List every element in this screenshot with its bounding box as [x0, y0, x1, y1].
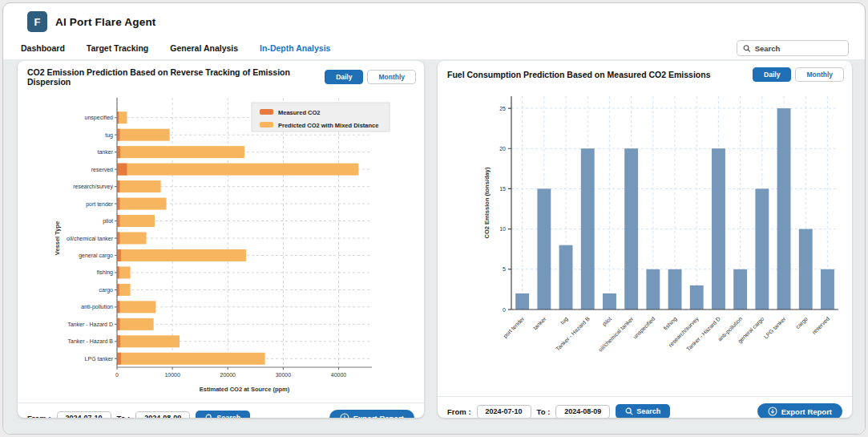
svg-text:anti-pollution: anti-pollution — [81, 304, 113, 310]
fuel-bar — [821, 269, 834, 310]
export-button-label: Export Report — [781, 407, 832, 416]
svg-text:0: 0 — [115, 372, 119, 378]
svg-text:tanker: tanker — [531, 315, 547, 330]
predicted-bar — [117, 146, 244, 158]
predicted-bar — [117, 249, 246, 261]
app-window: F AI Port Flare Agent Dashboard Target T… — [2, 2, 866, 435]
predicted-bar — [117, 301, 155, 313]
from-date-input[interactable] — [57, 411, 111, 419]
svg-text:tug: tug — [559, 316, 569, 326]
hbar-chart-svg: unspecifiedtugtankerreservedresearch/sur… — [22, 88, 420, 403]
period-toggle: Daily Monthly — [325, 70, 416, 84]
svg-text:port tender: port tender — [86, 201, 114, 208]
svg-text:40000: 40000 — [330, 372, 346, 378]
svg-text:30000: 30000 — [275, 372, 291, 378]
panel-footer: From : To : Search — [18, 403, 424, 418]
svg-text:reserved: reserved — [810, 316, 830, 335]
export-report-button[interactable]: Export Report — [757, 403, 842, 418]
fuel-bar — [515, 293, 529, 310]
predicted-bar — [117, 215, 155, 227]
from-label: From : — [447, 407, 471, 416]
svg-text:25: 25 — [499, 106, 506, 111]
tab-general-analysis[interactable]: General Analysis — [170, 43, 238, 53]
svg-text:unspecified: unspecified — [632, 316, 656, 341]
to-date-input[interactable] — [135, 411, 190, 419]
fuel-bar — [537, 188, 551, 310]
predicted-bar — [117, 129, 170, 141]
svg-text:Tanker - Hazard B: Tanker - Hazard B — [67, 338, 113, 344]
search-button[interactable]: Search — [616, 404, 670, 418]
panel-title: Fuel Consumption Prediction Based on Mea… — [447, 70, 710, 79]
predicted-bar — [117, 164, 358, 176]
svg-text:Tanker - Hazard D: Tanker - Hazard D — [67, 322, 113, 327]
fuel-bar — [559, 245, 572, 310]
app-title: AI Port Flare Agent — [55, 16, 156, 28]
monthly-button[interactable]: Monthly — [795, 67, 844, 82]
measured-bar — [117, 353, 121, 365]
svg-text:cargo: cargo — [794, 316, 809, 330]
global-search[interactable] — [737, 40, 849, 56]
svg-text:research/survey: research/survey — [73, 184, 113, 190]
tab-dashboard[interactable]: Dashboard — [21, 43, 65, 53]
predicted-bar — [117, 318, 154, 330]
to-date-input[interactable] — [555, 405, 610, 419]
to-label: To : — [117, 414, 131, 419]
predicted-bar — [117, 335, 180, 347]
svg-text:15: 15 — [499, 186, 506, 192]
from-date-input[interactable] — [477, 405, 531, 419]
svg-text:tanker: tanker — [97, 149, 113, 155]
fuel-bar — [733, 269, 747, 310]
search-button-label: Search — [216, 414, 240, 418]
svg-text:oil/chemical tanker: oil/chemical tanker — [67, 236, 114, 241]
measured-bar — [117, 164, 127, 176]
predicted-bar — [117, 353, 265, 365]
svg-text:reserved: reserved — [91, 167, 112, 172]
svg-text:CO2 Emission (tons/day): CO2 Emission (tons/day) — [483, 167, 491, 238]
daily-button[interactable]: Daily — [753, 67, 791, 82]
svg-text:unspecified: unspecified — [84, 115, 113, 121]
search-button-label: Search — [636, 407, 660, 415]
daily-button[interactable]: Daily — [325, 70, 363, 84]
search-icon — [205, 414, 213, 418]
panel-fuel-consumption: Fuel Consumption Prediction Based on Mea… — [438, 61, 852, 418]
fuel-bar — [580, 148, 594, 310]
svg-text:5: 5 — [503, 266, 506, 272]
fuel-bar — [689, 285, 703, 310]
from-label: From : — [27, 414, 51, 419]
svg-text:20000: 20000 — [220, 372, 236, 378]
download-icon — [340, 413, 349, 418]
panel-co2-dispersion: CO2 Emission Prediction Based on Reverse… — [18, 61, 424, 418]
app-header: F AI Port Flare Agent — [3, 3, 865, 40]
svg-text:Measured CO2: Measured CO2 — [278, 109, 321, 116]
download-icon — [768, 407, 777, 416]
predicted-bar — [117, 180, 161, 192]
svg-text:0: 0 — [503, 307, 506, 313]
fuel-bar — [624, 148, 638, 310]
svg-text:20: 20 — [499, 146, 506, 152]
tab-in-depth-analysis[interactable]: In-Depth Analysis — [260, 43, 330, 53]
fuel-bar — [712, 148, 725, 310]
fuel-consumption-chart: port tendertankertugTanker - Hazard Bpil… — [438, 83, 852, 396]
svg-text:pilot: pilot — [601, 316, 613, 328]
svg-text:Predicted CO2 with Mixed Dista: Predicted CO2 with Mixed Distance — [278, 122, 378, 129]
predicted-bar — [117, 198, 167, 210]
svg-text:tug: tug — [105, 132, 113, 139]
co2-dispersion-chart: unspecifiedtugtankerreservedresearch/sur… — [18, 88, 424, 403]
panel-footer: From : To : Search — [438, 396, 852, 418]
export-report-button[interactable]: Export Report — [329, 410, 414, 418]
tab-target-tracking[interactable]: Target Tracking — [87, 43, 148, 53]
fuel-bar — [603, 293, 616, 310]
svg-text:LPG tanker: LPG tanker — [762, 315, 786, 339]
panel-title: CO2 Emission Prediction Based on Reverse… — [27, 67, 325, 87]
svg-text:fishing: fishing — [96, 269, 112, 276]
monthly-button[interactable]: Monthly — [367, 70, 416, 84]
fuel-bar — [798, 229, 812, 310]
search-icon — [625, 407, 633, 415]
measured-bar — [117, 249, 121, 261]
to-label: To : — [537, 407, 551, 416]
app-logo: F — [27, 11, 47, 32]
search-input[interactable] — [755, 44, 842, 53]
search-button[interactable]: Search — [196, 411, 250, 418]
fuel-bar — [777, 108, 790, 310]
panel-head: CO2 Emission Prediction Based on Reverse… — [18, 61, 424, 88]
